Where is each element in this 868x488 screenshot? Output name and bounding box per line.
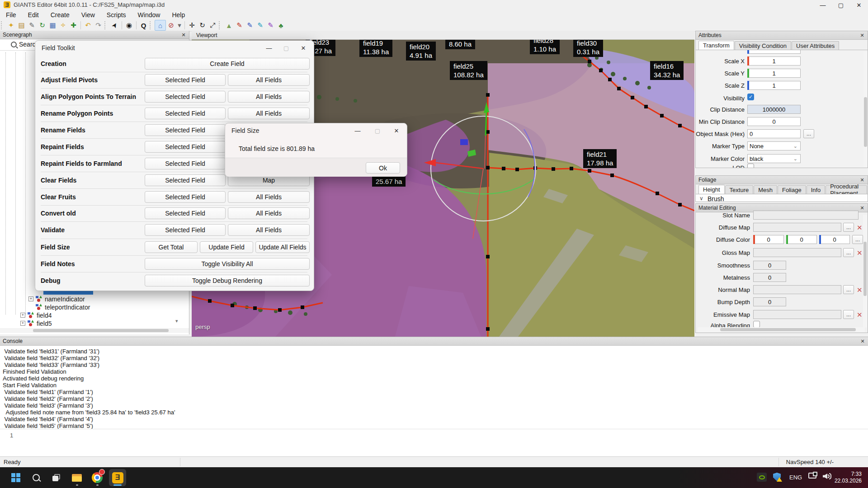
foliage-paint-icon[interactable]: ♣	[276, 20, 286, 30]
rename-points-selected-button[interactable]: Selected Field	[145, 108, 226, 119]
scroll-down-icon[interactable]: ▾	[175, 318, 178, 324]
validate-selected-button[interactable]: Selected Field	[145, 224, 226, 236]
gloss-map-browse-button[interactable]: ...	[843, 248, 854, 257]
window-close-button[interactable]: ✕	[850, 0, 868, 10]
convert-old-all-button[interactable]: All Fields	[228, 207, 310, 219]
diffuse-map-clear-icon[interactable]: ✕	[857, 224, 863, 232]
tab-transform[interactable]: Transform	[698, 41, 734, 50]
add-object-icon[interactable]: ✚	[68, 20, 79, 30]
field-size-update-all-button[interactable]: Update All Fields	[255, 241, 310, 253]
clear-fields-selected-button[interactable]: Selected Field	[145, 174, 226, 186]
visibility-tool-icon[interactable]: ◉	[124, 20, 134, 30]
slot-name-field[interactable]	[753, 211, 859, 220]
volume-tray-icon[interactable]	[823, 473, 832, 480]
scale-x-field[interactable]: 1	[747, 56, 801, 66]
selected-tree-item-partial[interactable]	[43, 291, 93, 295]
rename-points-all-button[interactable]: All Fields	[228, 108, 310, 119]
menu-create[interactable]: Create	[45, 11, 75, 19]
scenegraph-hscrollbar[interactable]	[0, 328, 189, 333]
tab-foliage[interactable]: Foliage	[778, 185, 806, 194]
scale-tool-icon[interactable]: ⤢	[208, 20, 218, 30]
emissive-map-browse-button[interactable]: ...	[843, 310, 854, 319]
min-clip-distance-field[interactable]: 0	[747, 117, 801, 126]
scenegraph-close-icon[interactable]: ✕	[180, 31, 187, 39]
dialog-close-icon[interactable]: ✕	[297, 43, 310, 52]
adjust-pivots-all-button[interactable]: All Fields	[228, 74, 310, 86]
tab-visibility-condition[interactable]: Visibility Condition	[735, 41, 791, 50]
tree-item-teleportindicator[interactable]: teleportIndicator	[36, 303, 90, 311]
window-maximize-button[interactable]: ▢	[832, 0, 850, 10]
camera-dropdown-icon[interactable]: ▾	[176, 20, 183, 30]
menu-help[interactable]: Help	[166, 11, 191, 19]
diffuse-map-browse-button[interactable]: ...	[843, 223, 854, 232]
edit-notes-icon[interactable]: ✎	[27, 20, 37, 30]
taskbar-clock[interactable]: 7:33 22.03.2026	[835, 471, 862, 484]
task-view-button[interactable]	[48, 469, 65, 486]
window-minimize-button[interactable]: —	[814, 0, 832, 10]
create-field-button[interactable]: Create Field	[145, 58, 310, 70]
validate-all-button[interactable]: All Fields	[228, 224, 310, 236]
field-size-update-field-button[interactable]: Update Field	[200, 241, 253, 253]
tab-procedural-placement[interactable]: Procedural Placement	[826, 185, 867, 194]
console-script-input[interactable]: 1	[0, 429, 868, 457]
menu-scripts[interactable]: Scripts	[101, 11, 132, 19]
tab-user-attributes[interactable]: User Attributes	[792, 41, 839, 50]
file-explorer-button[interactable]	[68, 469, 85, 486]
align-points-selected-button[interactable]: Selected Field	[145, 91, 226, 103]
dialog-close-icon[interactable]: ✕	[390, 126, 403, 135]
start-button[interactable]	[7, 469, 24, 486]
camera-disable-icon[interactable]: ⊘	[166, 20, 176, 30]
toggle-debug-rendering-button[interactable]: Toggle Debug Rendering	[145, 275, 310, 286]
expand-icon[interactable]: +	[20, 313, 25, 318]
diffuse-color-g-field[interactable]: 0	[786, 235, 817, 244]
attributes-close-icon[interactable]: ✕	[859, 31, 866, 40]
open-file-icon[interactable]: ▤	[16, 20, 27, 30]
tree-item-nameindicator[interactable]: + nameIndicator	[28, 295, 85, 303]
normal-map-field[interactable]	[753, 285, 841, 294]
expand-icon[interactable]: +	[20, 321, 25, 326]
material-hscrollbar[interactable]	[698, 327, 865, 332]
rotate-z-field-partial[interactable]	[747, 50, 801, 54]
scale-y-field[interactable]: 1	[747, 69, 801, 78]
tree-item-field5[interactable]: + field5	[20, 319, 52, 327]
chrome-button[interactable]	[89, 469, 106, 486]
terrain-paint-purple-icon[interactable]: ✎	[265, 20, 276, 30]
menu-window[interactable]: Window	[132, 11, 166, 19]
marker-color-dropdown[interactable]: black ⌄	[747, 154, 801, 163]
visibility-checkbox[interactable]: ✓	[747, 94, 754, 100]
translate-tool-icon[interactable]: ✛	[187, 20, 197, 30]
terrain-sculpt-icon[interactable]: ▲	[224, 20, 234, 30]
menu-view[interactable]: View	[75, 11, 101, 19]
gloss-map-clear-icon[interactable]: ✕	[857, 249, 863, 257]
brush-section-chevron-icon[interactable]: ∨	[699, 195, 703, 202]
viewport-tab[interactable]: Viewport	[192, 31, 694, 40]
convert-old-selected-button[interactable]: Selected Field	[145, 207, 226, 219]
dialog-maximize-icon[interactable]: ▢	[279, 43, 293, 52]
field-size-get-total-button[interactable]: Get Total	[145, 241, 198, 253]
tab-mesh[interactable]: Mesh	[754, 185, 777, 194]
redo-icon[interactable]: ↷	[93, 20, 104, 30]
rename-fields-selected-button[interactable]: Selected Field	[145, 124, 226, 136]
bump-depth-field[interactable]: 0	[753, 297, 786, 306]
reload-icon[interactable]: ↻	[37, 20, 47, 30]
giants-editor-taskbar-button[interactable]: Ǝ	[109, 469, 126, 486]
marker-type-dropdown[interactable]: None ⌄	[747, 141, 801, 150]
expand-icon[interactable]: +	[28, 296, 33, 301]
material-scrollbar[interactable]	[863, 215, 867, 328]
gloss-map-field[interactable]	[753, 248, 841, 257]
align-points-all-button[interactable]: All Fields	[228, 91, 310, 103]
object-mask-field[interactable]: 0	[747, 129, 801, 138]
camera-home-icon[interactable]: ⌂	[155, 20, 166, 31]
object-mask-browse-button[interactable]: ...	[803, 129, 814, 138]
diffuse-color-picker-button[interactable]: ...	[852, 235, 863, 244]
nvidia-tray-icon[interactable]	[757, 473, 767, 482]
alpha-blending-checkbox[interactable]	[753, 321, 760, 328]
undo-icon[interactable]: ↶	[83, 20, 93, 30]
terrain-paint-red-icon[interactable]: ✎	[234, 20, 245, 30]
export-icon[interactable]: ✧	[58, 20, 68, 30]
material-editing-close-icon[interactable]: ✕	[859, 204, 866, 212]
emissive-map-clear-icon[interactable]: ✕	[857, 311, 863, 319]
diffuse-color-b-field[interactable]: 0	[819, 235, 850, 244]
taskbar-search-button[interactable]	[28, 469, 45, 486]
smoothness-field[interactable]: 0	[753, 261, 786, 270]
